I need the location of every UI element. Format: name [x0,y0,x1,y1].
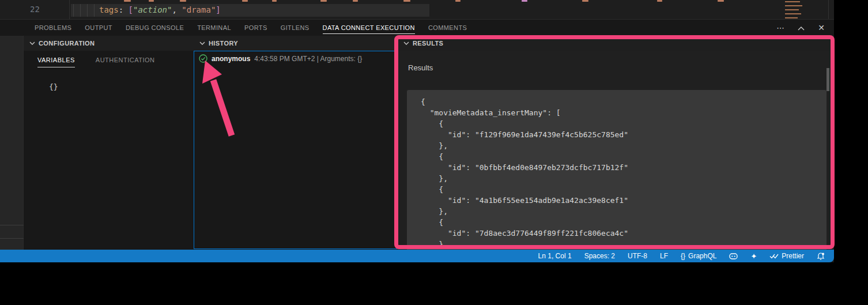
panel-tab-output[interactable]: OUTPUT [85,20,112,36]
history-item-meta: 4:43:58 PM GMT+2 | Arguments: {} [254,55,362,63]
more-actions-icon[interactable]: ⋯ [776,20,784,36]
notifications-bell-icon[interactable] [817,252,825,260]
language-label: GraphQL [688,252,716,260]
status-bar: Ln 1, Col 1 Spaces: 2 UTF-8 LF {} GraphQ… [0,250,834,262]
clipped-code-fragment [272,0,277,2]
clipped-code-fragment [455,0,461,2]
clipped-code-fragment [320,0,327,2]
clipped-code-fragment [124,0,131,2]
vscode-panel-window: 22 tags: ["action", "drama"] PROBLEMS OU… [0,0,834,262]
tab-variables[interactable]: VARIABLES [37,57,75,67]
indent-guide [73,4,74,17]
minimap-line [785,9,799,10]
panel-tab-bar: PROBLEMS OUTPUT DEBUG CONSOLE TERMINAL P… [0,19,834,36]
history-title: HISTORY [209,40,238,47]
chevron-down-icon [29,42,35,46]
code-editor[interactable]: 22 tags: ["action", "drama"] [0,0,834,19]
cursor-position-status[interactable]: Ln 1, Col 1 [538,252,572,260]
results-json-text: { "movieMetadata_insertMany": [ { "id": … [407,90,827,259]
clipped-code-fragment [522,0,527,2]
code-token-key: tags [99,5,119,14]
results-section: RESULTS Results { "movieMetadata_insertM… [398,36,834,250]
clipped-code-fragment [657,0,662,2]
encoding-status[interactable]: UTF-8 [628,252,647,260]
code-token-string-drama: "drama" [182,5,216,14]
panel-tab-data-connect-execution[interactable]: DATA CONNECT EXECUTION [323,20,415,36]
maximize-panel-icon[interactable] [798,20,805,36]
panel-tab-comments[interactable]: COMMENTS [428,20,467,36]
panel-tab-debug-console[interactable]: DEBUG CONSOLE [126,20,184,36]
panel-tab-ports[interactable]: PORTS [244,20,267,36]
code-line-22[interactable]: tags: ["action", "drama"] [99,5,221,14]
results-section-header[interactable]: RESULTS [398,36,834,51]
results-title: RESULTS [413,40,443,47]
formatter-status[interactable]: Prettier [769,252,804,260]
clipped-code-fragment [718,0,724,2]
sidebar-divider [0,225,24,225]
minimap-line [785,17,798,18]
clipped-code-fragment [353,0,358,2]
indent-guide [94,4,95,17]
eol-status[interactable]: LF [660,252,668,260]
configuration-section-header[interactable]: CONFIGURATION [24,36,194,51]
minimap-line [785,1,800,2]
code-token-colon: : [119,5,129,14]
clipped-code-fragment [582,0,588,2]
indentation-status[interactable]: Spaces: 2 [584,252,615,260]
chevron-down-icon [199,42,205,46]
clipped-code-fragment [403,0,410,2]
results-json-output[interactable]: { "movieMetadata_insertMany": [ { "id": … [407,90,827,259]
code-token-open-bracket: [ [129,5,133,14]
panel-tab-terminal[interactable]: TERMINAL [197,20,231,36]
panel-tab-gitlens[interactable]: GITLENS [281,20,310,36]
minimap-line [785,5,802,6]
sparkle-icon[interactable]: ✦ [750,252,757,261]
indent-guide [80,4,81,17]
code-token-close-bracket: ] [216,5,220,14]
history-section: HISTORY anonymous 4:43:58 PM GMT+2 | Arg… [194,36,398,250]
clipped-code-fragment [149,0,154,2]
history-item[interactable]: anonymous 4:43:58 PM GMT+2 | Arguments: … [194,51,397,66]
code-token-string-action: "action" [133,5,172,14]
tab-authentication[interactable]: AUTHENTICATION [96,57,155,67]
close-panel-icon[interactable]: ✕ [818,20,825,36]
copilot-icon[interactable] [729,253,738,260]
language-mode-status[interactable]: {} GraphQL [681,252,716,260]
chevron-down-icon [403,42,409,46]
indent-guide [87,4,88,17]
configuration-section: CONFIGURATION VARIABLES AUTHENTICATION {… [24,36,194,250]
panel-actions: ⋯ ✕ [776,20,825,36]
editor-minimap[interactable] [782,0,834,19]
clipped-code-fragment [242,0,248,2]
results-content: Results { "movieMetadata_insertMany": [ … [398,51,834,250]
code-token-comma: , [172,5,182,14]
clipped-code-fragment [180,0,186,2]
line-number: 22 [30,5,40,14]
panel-tab-problems[interactable]: PROBLEMS [35,20,71,36]
history-item-name: anonymous [212,55,250,63]
scrollbar-thumb[interactable] [827,68,829,91]
variables-value[interactable]: {} [49,82,194,91]
check-circle-icon [199,54,207,63]
formatter-label: Prettier [782,252,804,260]
configuration-tabs: VARIABLES AUTHENTICATION [24,57,194,67]
configuration-title: CONFIGURATION [39,40,95,47]
double-check-icon [769,253,779,259]
sidebar-edge [0,36,24,250]
history-section-header[interactable]: HISTORY [194,36,398,51]
sidebar-divider [0,238,24,239]
history-list: anonymous 4:43:58 PM GMT+2 | Arguments: … [194,51,397,249]
minimap-edge [828,0,829,19]
panel-body: CONFIGURATION VARIABLES AUTHENTICATION {… [0,36,834,250]
results-label: Results [408,63,433,72]
gutter-divider [69,0,70,19]
braces-icon: {} [681,252,685,260]
minimap-line [785,13,801,14]
